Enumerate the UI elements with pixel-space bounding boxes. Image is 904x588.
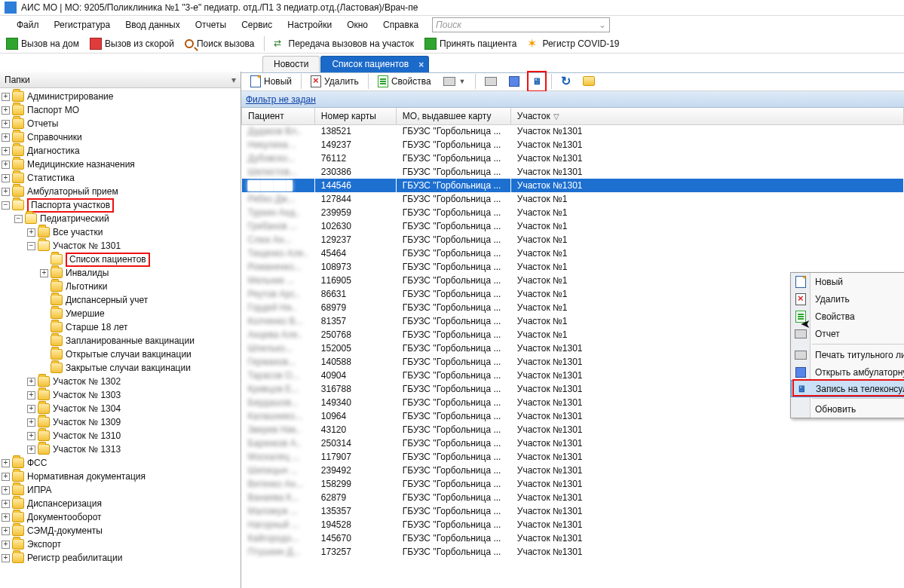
window-titlebar: АИС МО | МО: 9205/Поликлиника №1 "3-е" п… [0, 0, 904, 16]
app-icon [5, 2, 17, 14]
menu-file[interactable]: Файл [9, 17, 47, 32]
btn-transfer-calls[interactable]: ⇄Передача вызовов на участок [271, 35, 418, 52]
btn-covid[interactable]: ✶Регистр COVID-19 [524, 35, 622, 52]
window-title: АИС МО | МО: 9205/Поликлиника №1 "3-е" п… [21, 2, 418, 13]
btn-call-ambulance[interactable]: Вызов из скорой [87, 35, 177, 52]
green-square-icon [6, 38, 18, 50]
separator [264, 36, 265, 51]
search-input[interactable]: Поиск ⌄ [432, 17, 610, 32]
btn-search-call[interactable]: Поиск вызова [182, 35, 258, 52]
chevron-down-icon[interactable]: ⌄ [599, 20, 606, 30]
btn-call-home[interactable]: Вызов на дом [3, 35, 82, 52]
star-icon: ✶ [527, 38, 539, 50]
menu-settings[interactable]: Настройки [280, 17, 339, 32]
menu-help[interactable]: Справка [375, 17, 426, 32]
red-square-icon [90, 38, 102, 50]
arrow-icon: ⇄ [274, 38, 286, 50]
menu-input[interactable]: Ввод данных [118, 17, 188, 32]
menubar: Файл Регистратура Ввод данных Отчеты Сер… [0, 16, 904, 34]
menu-registry[interactable]: Регистратура [47, 17, 118, 32]
btn-accept-patient[interactable]: Принять пациента [421, 35, 519, 52]
search-icon [185, 39, 194, 48]
menu-reports[interactable]: Отчеты [188, 17, 234, 32]
main-toolbar: Вызов на дом Вызов из скорой Поиск вызов… [0, 34, 904, 54]
menu-service[interactable]: Сервис [234, 17, 280, 32]
green-square-icon [424, 38, 437, 50]
menu-window[interactable]: Окно [339, 17, 375, 32]
search-placeholder: Поиск [436, 20, 461, 30]
